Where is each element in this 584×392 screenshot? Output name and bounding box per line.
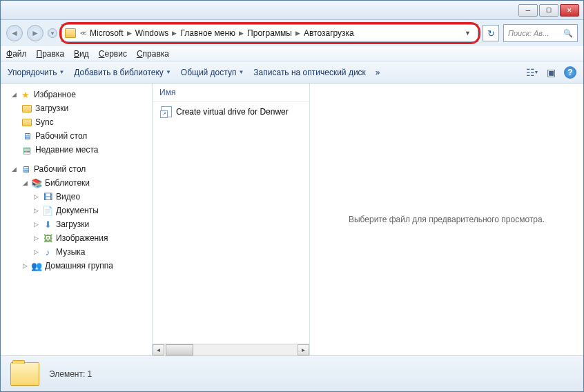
- refresh-button[interactable]: ↻: [483, 25, 499, 41]
- shortcut-icon: [161, 106, 172, 117]
- image-icon: 🖼: [42, 233, 53, 244]
- file-name: Create virtual drive for Denwer: [176, 107, 289, 117]
- desktop-icon: 🖥: [21, 130, 32, 141]
- status-bar: Элемент: 1: [1, 355, 583, 391]
- scroll-left-button[interactable]: ◄: [153, 344, 164, 355]
- close-button[interactable]: ✕: [560, 4, 579, 17]
- file-list[interactable]: Create virtual drive for Denwer: [153, 102, 309, 344]
- crumb-root-sep[interactable]: ≪: [79, 30, 88, 37]
- sidebar-music[interactable]: ▷ ♪ Музыка: [1, 245, 152, 259]
- help-icon[interactable]: ?: [564, 66, 576, 79]
- crumb-mainmenu[interactable]: Главное меню: [178, 27, 237, 39]
- collapse-icon[interactable]: ◢: [10, 166, 17, 173]
- chevron-right-icon[interactable]: ▶: [126, 30, 133, 37]
- sidebar-homegroup[interactable]: ▷ 👥 Домашняя группа: [1, 259, 152, 273]
- preview-placeholder: Выберите файл для предварительного просм…: [349, 215, 545, 224]
- add-library-button[interactable]: Добавить в библиотеку▼: [74, 68, 171, 77]
- burn-button[interactable]: Записать на оптический диск: [253, 68, 366, 77]
- toolbar-overflow[interactable]: »: [376, 68, 380, 77]
- search-icon[interactable]: 🔍: [563, 29, 573, 38]
- chevron-right-icon[interactable]: ▶: [294, 30, 302, 37]
- crumb-startup[interactable]: Автозагрузка: [302, 27, 356, 39]
- sidebar-desktop[interactable]: 🖥 Рабочий стол: [1, 129, 152, 143]
- address-bar[interactable]: ≪ Microsoft ▶ Windows ▶ Главное меню ▶ П…: [61, 24, 478, 42]
- folder-icon: [10, 362, 39, 386]
- menu-edit[interactable]: Правка: [37, 49, 65, 59]
- share-button[interactable]: Общий доступ▼: [181, 68, 244, 77]
- sidebar-favorites[interactable]: ◢ ★ Избранное: [1, 88, 152, 101]
- expand-icon[interactable]: ▷: [32, 207, 39, 214]
- folder-icon: [21, 117, 32, 128]
- collapse-icon[interactable]: ◢: [21, 179, 28, 186]
- sidebar-desktop-root[interactable]: ◢ 🖥 Рабочий стол: [1, 162, 152, 176]
- back-button[interactable]: ◄: [6, 25, 23, 41]
- expand-icon[interactable]: ▷: [32, 221, 39, 228]
- sidebar-video[interactable]: ▷ 🎞 Видео: [1, 190, 152, 204]
- preview-pane-button[interactable]: ▣: [545, 66, 557, 79]
- menu-view[interactable]: Вид: [74, 49, 89, 59]
- sidebar-downloads2[interactable]: ▷ ⬇ Загрузки: [1, 217, 152, 231]
- recent-icon: ▤: [21, 144, 32, 155]
- chevron-right-icon[interactable]: ▶: [171, 30, 178, 37]
- explorer-window: ─ ☐ ✕ ◄ ► ▼ ≪ Microsoft ▶ Windows ▶ Глав…: [0, 0, 584, 392]
- maximize-button[interactable]: ☐: [539, 4, 558, 17]
- desktop-icon: 🖥: [20, 164, 31, 175]
- crumb-programs[interactable]: Программы: [245, 27, 294, 39]
- address-dropdown[interactable]: ▼: [460, 30, 475, 37]
- menu-help[interactable]: Справка: [137, 49, 169, 59]
- menu-file[interactable]: Файл: [6, 49, 27, 59]
- expand-icon[interactable]: ▷: [21, 262, 28, 269]
- video-icon: 🎞: [42, 191, 53, 202]
- sidebar-sync[interactable]: Sync: [1, 115, 152, 129]
- folder-icon: [65, 28, 76, 38]
- scroll-thumb[interactable]: [166, 344, 193, 355]
- downloads-icon: ⬇: [42, 219, 53, 230]
- expand-icon[interactable]: ▷: [32, 193, 39, 200]
- titlebar: ─ ☐ ✕: [1, 1, 583, 20]
- file-item[interactable]: Create virtual drive for Denwer: [158, 105, 304, 119]
- minimize-button[interactable]: ─: [518, 4, 538, 17]
- expand-icon[interactable]: ▷: [32, 248, 39, 255]
- organize-button[interactable]: Упорядочить▼: [8, 68, 64, 77]
- file-list-pane: Имя Create virtual drive for Denwer ◄ ►: [153, 84, 310, 355]
- forward-button[interactable]: ►: [27, 25, 43, 41]
- document-icon: 📄: [42, 205, 53, 216]
- sidebar-downloads[interactable]: Загрузки: [1, 101, 152, 115]
- menubar: Файл Правка Вид Сервис Справка: [1, 46, 583, 61]
- library-icon: 📚: [31, 177, 42, 188]
- music-icon: ♪: [42, 246, 53, 257]
- search-placeholder: Поиск: Ав...: [508, 29, 549, 37]
- crumb-windows[interactable]: Windows: [133, 27, 171, 39]
- sidebar-documents[interactable]: ▷ 📄 Документы: [1, 204, 152, 217]
- sidebar-libraries[interactable]: ◢ 📚 Библиотеки: [1, 176, 152, 190]
- scroll-right-button[interactable]: ►: [298, 344, 309, 355]
- content-area: ◢ ★ Избранное Загрузки Sync 🖥 Рабочий ст…: [1, 84, 583, 355]
- status-text: Элемент: 1: [49, 369, 92, 379]
- toolbar: Упорядочить▼ Добавить в библиотеку▼ Общи…: [1, 61, 583, 84]
- homegroup-icon: 👥: [31, 260, 42, 271]
- crumb-microsoft[interactable]: Microsoft: [88, 27, 126, 39]
- expand-icon[interactable]: ▷: [32, 235, 39, 242]
- sidebar-recent[interactable]: ▤ Недавние места: [1, 143, 152, 157]
- folder-icon: [21, 103, 32, 114]
- view-mode-button[interactable]: ☷▾: [525, 66, 538, 79]
- menu-tools[interactable]: Сервис: [99, 49, 127, 59]
- chevron-right-icon[interactable]: ▶: [237, 30, 245, 37]
- star-icon: ★: [20, 89, 31, 100]
- sidebar-images[interactable]: ▷ 🖼 Изображения: [1, 231, 152, 245]
- search-input[interactable]: Поиск: Ав... 🔍: [503, 24, 578, 42]
- navigation-pane: ◢ ★ Избранное Загрузки Sync 🖥 Рабочий ст…: [1, 84, 153, 355]
- navbar: ◄ ► ▼ ≪ Microsoft ▶ Windows ▶ Главное ме…: [1, 20, 583, 46]
- preview-pane: Выберите файл для предварительного просм…: [310, 84, 583, 355]
- horizontal-scrollbar[interactable]: ◄ ►: [153, 344, 309, 355]
- column-header-name[interactable]: Имя: [153, 84, 309, 102]
- collapse-icon[interactable]: ◢: [10, 91, 17, 98]
- history-dropdown[interactable]: ▼: [48, 28, 57, 38]
